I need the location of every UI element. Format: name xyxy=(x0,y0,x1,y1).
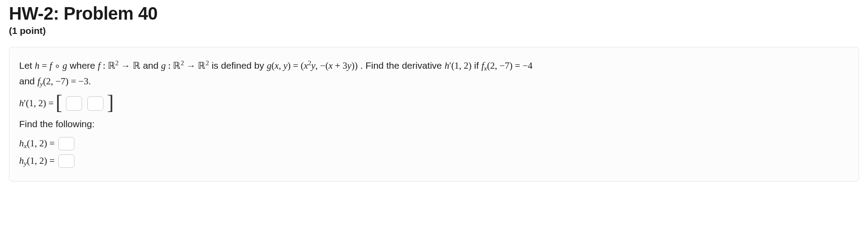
hy-input[interactable] xyxy=(58,154,74,168)
hx-answer-row: hx(1, 2) = xyxy=(19,136,849,151)
text: where xyxy=(70,60,98,71)
text: Let xyxy=(19,60,35,71)
page-title: HW-2: Problem 40 xyxy=(9,4,859,24)
left-bracket-icon: [ xyxy=(56,92,62,113)
text: . Find the derivative xyxy=(360,60,445,71)
text: and xyxy=(143,60,161,71)
problem-statement: Let h = f ∘ g where f : ℝ2 → ℝ and g : ℝ… xyxy=(19,58,849,89)
right-bracket-icon: ] xyxy=(107,92,114,113)
hy-answer-row: hy(1, 2) = xyxy=(19,154,849,169)
math-fy-cond: fy(2, −7) = −3 xyxy=(37,76,89,87)
hx-input[interactable] xyxy=(58,137,74,150)
problem-box: Let h = f ∘ g where f : ℝ2 → ℝ and g : ℝ… xyxy=(9,47,859,182)
math-g-domain: g : ℝ2 → ℝ2 xyxy=(161,60,209,71)
math-f-domain: f : ℝ2 → ℝ xyxy=(98,60,140,71)
hprime-entry-2-input[interactable] xyxy=(87,96,103,111)
text: . xyxy=(88,76,91,86)
text: is defined by xyxy=(212,60,267,71)
text: if xyxy=(474,60,481,71)
hprime-answer-row: h′(1, 2) = [ ] xyxy=(19,93,849,114)
text: and xyxy=(19,76,37,86)
points-label: (1 point) xyxy=(9,25,859,36)
math-g-expr: g(x, y) = (x2y, −(x + 3y)) xyxy=(267,60,358,71)
math-hprime-12: h′(1, 2) xyxy=(445,60,472,71)
hx-label: hx(1, 2) = xyxy=(19,136,55,151)
hprime-entry-1-input[interactable] xyxy=(66,96,82,111)
hprime-label: h′(1, 2) = xyxy=(19,96,54,111)
math-h-eq-fog: h = f ∘ g xyxy=(35,60,67,71)
find-following-label: Find the following: xyxy=(19,116,849,132)
hy-label: hy(1, 2) = xyxy=(19,154,55,169)
math-fx-cond: fx(2, −7) = −4 xyxy=(481,60,532,71)
